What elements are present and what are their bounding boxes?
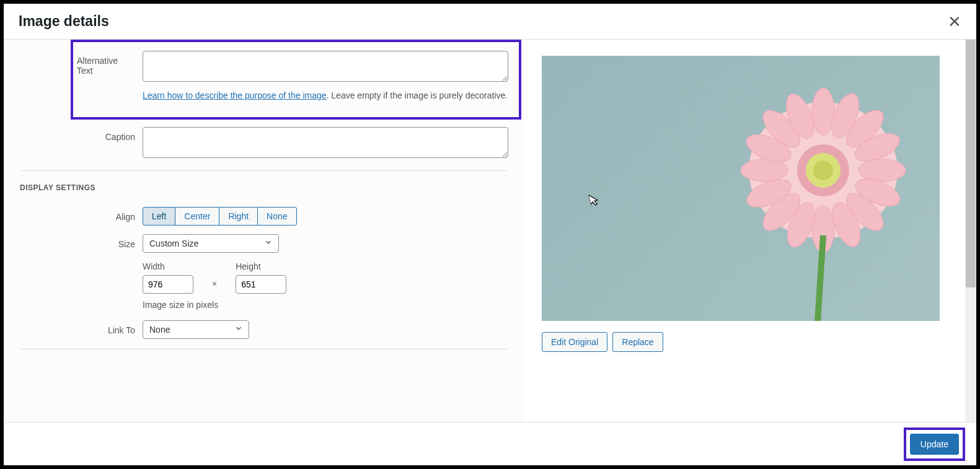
scrollbar-track[interactable] [965, 40, 976, 422]
width-label: Width [143, 261, 193, 271]
svg-point-13 [741, 159, 788, 182]
image-details-modal: Image details ✕ Alternative Text Learn h… [4, 4, 976, 465]
scrollbar-thumb[interactable] [966, 40, 976, 287]
dimension-separator: × [212, 279, 217, 294]
link-to-select[interactable]: None [143, 320, 249, 339]
dimensions-inputs: Width × Height [143, 261, 508, 294]
caption-row: Caption [4, 127, 524, 160]
svg-point-1 [812, 88, 834, 135]
caption-label: Caption [4, 127, 143, 142]
modal-body: Alternative Text Learn how to describe t… [4, 40, 976, 422]
alt-text-label: Alternative Text [73, 51, 143, 76]
svg-point-5 [859, 159, 906, 182]
align-none-button[interactable]: None [257, 207, 296, 226]
alt-text-help: Learn how to describe the purpose of the… [143, 89, 508, 102]
link-to-label: Link To [4, 320, 143, 335]
alt-text-help-link[interactable]: Learn how to describe the purpose of the… [143, 90, 327, 100]
dimensions-help: Image size in pixels [143, 299, 508, 312]
cursor-icon [588, 192, 602, 209]
alt-text-input[interactable] [143, 51, 508, 82]
dimensions-spacer [4, 261, 143, 266]
edit-original-button[interactable]: Edit Original [542, 332, 607, 352]
alt-text-help-suffix: . Leave empty if the image is purely dec… [327, 90, 508, 100]
size-select[interactable]: Custom Size [143, 234, 279, 253]
caption-input[interactable] [143, 127, 508, 158]
update-button[interactable]: Update [910, 434, 959, 455]
width-input[interactable] [143, 275, 193, 294]
height-label: Height [236, 261, 286, 271]
modal-header: Image details ✕ [4, 4, 976, 40]
align-right-button[interactable]: Right [219, 207, 258, 226]
replace-button[interactable]: Replace [612, 332, 663, 352]
divider [20, 170, 508, 171]
modal-footer: Update [4, 422, 976, 465]
align-label: Align [4, 207, 143, 222]
size-row: Size Custom Size [4, 234, 524, 253]
align-center-button[interactable]: Center [175, 207, 219, 226]
size-select-wrap: Custom Size [143, 234, 279, 253]
update-highlight: Update [904, 427, 965, 461]
settings-pane: Alternative Text Learn how to describe t… [4, 40, 524, 422]
close-icon[interactable]: ✕ [948, 14, 961, 30]
link-to-row: Link To None [4, 320, 524, 339]
flower-image-icon [724, 84, 935, 321]
display-settings-title: DISPLAY SETTINGS [20, 183, 524, 192]
dimensions-row: Width × Height Image size in pixels [4, 261, 524, 312]
preview-buttons: Edit Original Replace [542, 332, 959, 352]
modal-title: Image details [19, 13, 109, 30]
height-input[interactable] [236, 275, 286, 294]
preview-pane: Edit Original Replace [524, 40, 976, 422]
svg-point-19 [813, 160, 833, 180]
alt-text-row: Alternative Text Learn how to describe t… [73, 51, 514, 102]
divider [20, 349, 508, 349]
align-button-group: Left Center Right None [143, 207, 297, 226]
image-preview [542, 56, 940, 321]
alt-text-highlight: Alternative Text Learn how to describe t… [71, 40, 521, 120]
link-to-select-wrap: None [143, 320, 249, 339]
size-label: Size [4, 234, 143, 249]
align-left-button[interactable]: Left [143, 207, 175, 226]
align-row: Align Left Center Right None [4, 207, 524, 226]
